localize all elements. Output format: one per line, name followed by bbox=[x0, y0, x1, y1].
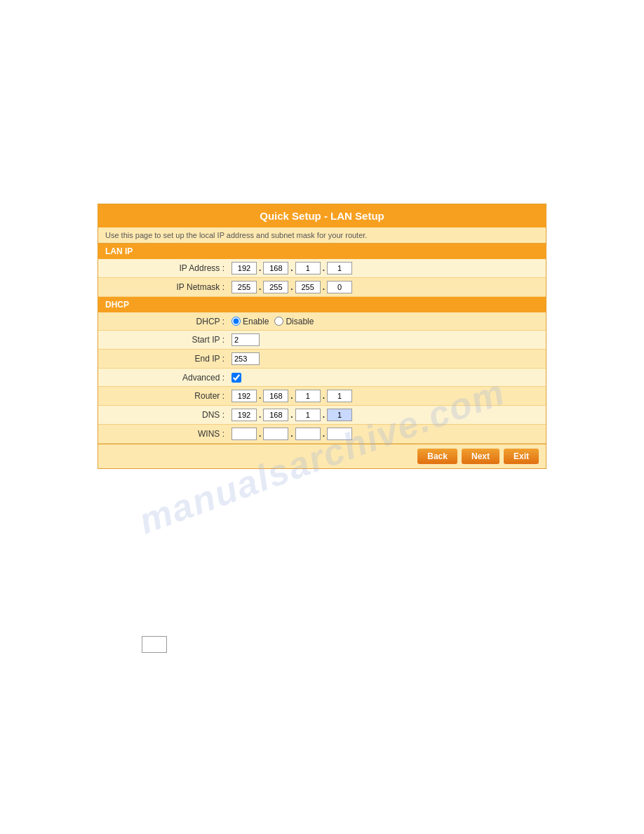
wins-octet-3[interactable] bbox=[295, 428, 321, 440]
start-ip-label: Start IP : bbox=[105, 335, 232, 345]
end-ip-input[interactable] bbox=[232, 352, 260, 365]
dhcp-enable-radio[interactable] bbox=[232, 317, 241, 326]
page-description: Use this page to set up the local IP add… bbox=[98, 227, 546, 244]
dhcp-radio-group: Enable Disable bbox=[232, 317, 314, 326]
ip-netmask-dot-2: . bbox=[290, 282, 293, 292]
advanced-row: Advanced : bbox=[98, 369, 546, 387]
wins-dot-1: . bbox=[258, 429, 262, 439]
router-octet-3[interactable] bbox=[295, 390, 321, 402]
dns-row: DNS : . . . bbox=[98, 406, 546, 425]
dhcp-disable-radio[interactable] bbox=[274, 317, 283, 326]
router-dot-2: . bbox=[290, 391, 293, 401]
dns-dot-2: . bbox=[290, 410, 293, 420]
dhcp-disable-text: Disable bbox=[286, 317, 314, 326]
ip-netmask-dot-3: . bbox=[322, 282, 326, 292]
ip-address-row: IP Address : . . . bbox=[98, 259, 546, 278]
router-dot-3: . bbox=[322, 391, 326, 401]
router-octet-4[interactable] bbox=[327, 390, 352, 402]
dhcp-label: DHCP : bbox=[105, 317, 232, 326]
router-label: Router : bbox=[105, 391, 232, 401]
dhcp-section-header: DHCP bbox=[98, 297, 546, 312]
ip-dot-2: . bbox=[290, 263, 293, 273]
lan-ip-section-header: LAN IP bbox=[98, 244, 546, 259]
exit-button[interactable]: Exit bbox=[504, 449, 539, 464]
start-ip-input[interactable] bbox=[232, 333, 260, 346]
router-octet-2[interactable] bbox=[263, 390, 288, 402]
wins-ip-group: . . . bbox=[232, 428, 352, 440]
router-row: Router : . . . bbox=[98, 387, 546, 406]
router-octet-1[interactable] bbox=[232, 390, 257, 402]
router-dot-1: . bbox=[258, 391, 262, 401]
wins-dot-3: . bbox=[322, 429, 326, 439]
ip-dot-1: . bbox=[258, 263, 262, 273]
advanced-label: Advanced : bbox=[105, 373, 232, 383]
dns-octet-2[interactable] bbox=[263, 409, 288, 421]
dhcp-enable-text: Enable bbox=[243, 317, 269, 326]
back-button[interactable]: Back bbox=[417, 449, 457, 464]
bottom-box-artifact bbox=[142, 636, 167, 653]
end-ip-label: End IP : bbox=[105, 354, 232, 364]
start-ip-row: Start IP : bbox=[98, 331, 546, 350]
dhcp-row: DHCP : Enable Disable bbox=[98, 312, 546, 331]
next-button[interactable]: Next bbox=[462, 449, 499, 464]
ip-address-octet-2[interactable] bbox=[263, 262, 288, 274]
ip-netmask-label: IP Netmask : bbox=[105, 282, 232, 292]
dhcp-enable-label[interactable]: Enable bbox=[232, 317, 269, 326]
dns-label: DNS : bbox=[105, 410, 232, 420]
ip-address-octet-3[interactable] bbox=[295, 262, 321, 274]
dhcp-disable-label[interactable]: Disable bbox=[274, 317, 314, 326]
dns-octet-1[interactable] bbox=[232, 409, 257, 421]
dns-octet-3[interactable] bbox=[295, 409, 321, 421]
router-ip-group: . . . bbox=[232, 390, 352, 402]
ip-netmask-group: . . . bbox=[232, 281, 352, 293]
footer-row: Back Next Exit bbox=[98, 444, 546, 468]
wins-label: WINS : bbox=[105, 429, 232, 439]
ip-netmask-row: IP Netmask : . . . bbox=[98, 278, 546, 297]
ip-dot-3: . bbox=[322, 263, 326, 273]
wins-octet-2[interactable] bbox=[263, 428, 288, 440]
end-ip-row: End IP : bbox=[98, 350, 546, 369]
dns-octet-4[interactable] bbox=[327, 409, 352, 421]
wins-row: WINS : . . . bbox=[98, 425, 546, 444]
form-container: Quick Setup - LAN Setup Use this page to… bbox=[98, 204, 546, 469]
wins-dot-2: . bbox=[290, 429, 293, 439]
ip-netmask-octet-3[interactable] bbox=[295, 281, 321, 293]
dns-dot-3: . bbox=[322, 410, 326, 420]
wins-octet-4[interactable] bbox=[327, 428, 352, 440]
ip-address-octet-1[interactable] bbox=[232, 262, 257, 274]
ip-address-octet-4[interactable] bbox=[327, 262, 352, 274]
ip-netmask-octet-4[interactable] bbox=[327, 281, 352, 293]
ip-address-label: IP Address : bbox=[105, 263, 232, 273]
wins-octet-1[interactable] bbox=[232, 428, 257, 440]
dns-dot-1: . bbox=[258, 410, 262, 420]
ip-netmask-octet-2[interactable] bbox=[263, 281, 288, 293]
advanced-checkbox[interactable] bbox=[232, 373, 241, 383]
dns-ip-group: . . . bbox=[232, 409, 352, 421]
ip-netmask-octet-1[interactable] bbox=[232, 281, 257, 293]
ip-netmask-dot-1: . bbox=[258, 282, 262, 292]
ip-address-group: . . . bbox=[232, 262, 352, 274]
page-title: Quick Setup - LAN Setup bbox=[98, 204, 546, 227]
